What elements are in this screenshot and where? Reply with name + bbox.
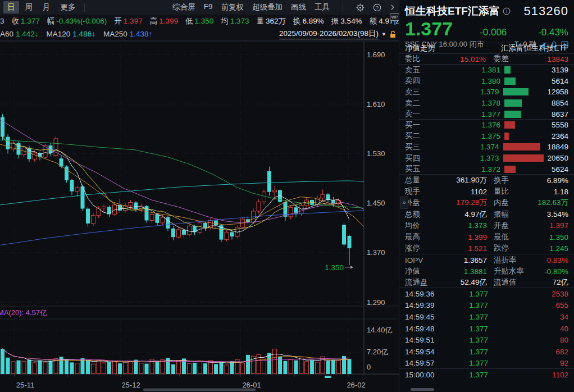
ask-price[interactable]: 1.379	[429, 88, 499, 96]
ask-row[interactable]: 卖一 1.377 8637	[405, 108, 568, 120]
toolbar-buttons: 综合屏F9前复权超级叠加画线工具	[172, 2, 330, 12]
bid-label: 买二	[405, 131, 430, 141]
stat-value: -0.80%	[529, 267, 568, 276]
stat-label: 涨停	[405, 243, 431, 253]
quote-value: 1.373	[230, 17, 249, 25]
weicha-label: 委差	[494, 54, 509, 64]
stat-label: 总额	[405, 209, 431, 220]
chevron-right-icon[interactable]	[390, 4, 395, 11]
fund-full-name[interactable]: 汇添富恒生科技ETF	[501, 43, 568, 53]
tick-volume: 655	[488, 301, 568, 309]
toolbar-button[interactable]: 综合屏	[172, 2, 195, 12]
ask-row[interactable]: 卖四 1.380 5614	[405, 76, 568, 87]
ask-row[interactable]: 卖三 1.379 12958	[405, 86, 568, 98]
tick-volume: 34	[488, 313, 568, 321]
depth-bar-zone	[504, 133, 549, 140]
depth-bar-zone	[504, 78, 549, 85]
tick-price: 1.377	[445, 336, 488, 344]
ma-item: MA2501.438↑	[103, 30, 152, 38]
svg-text:1.350: 1.350	[325, 263, 344, 272]
stats-row: 净值 1.3881 升贴水率 -0.80%	[405, 266, 568, 277]
bid-price[interactable]: 1.372	[430, 165, 500, 174]
svg-text:1.690: 1.690	[367, 51, 385, 59]
ask-price[interactable]: 1.378	[430, 99, 500, 107]
security-code: 513260	[524, 4, 568, 19]
stat-value: 0.83%	[529, 256, 568, 265]
svg-text:!: !	[506, 8, 508, 14]
unlock-icon[interactable]	[389, 30, 397, 38]
bid-price[interactable]: 1.375	[430, 132, 500, 140]
depth-bar-zone	[503, 154, 548, 162]
depth-bar	[504, 166, 516, 173]
depth-bar-zone	[504, 66, 549, 74]
bid-price[interactable]: 1.374	[429, 143, 499, 151]
panel-expander[interactable]: »	[400, 197, 408, 209]
bid-row[interactable]: 买五 1.372 5624	[405, 163, 568, 175]
gear-icon[interactable]	[356, 3, 365, 12]
toolbar-button[interactable]: 画线	[291, 2, 306, 12]
depth-bar	[504, 121, 515, 129]
ma-item: A601.442↓	[0, 30, 39, 38]
toolbar-button[interactable]: 前复权	[221, 2, 244, 12]
period-tab[interactable]: 更多	[57, 1, 80, 13]
stat-value: 1.350	[529, 233, 568, 241]
period-tab[interactable]: 月	[39, 1, 54, 13]
stats-row: 外盘 179.28万 内盘 182.63万	[405, 197, 568, 208]
stat-value: 1.245	[529, 244, 568, 253]
panel-horizontal-scrollbar[interactable]	[411, 388, 434, 391]
ask-row[interactable]: 卖二 1.378 8854	[405, 98, 568, 109]
stat-value: 1.521	[431, 244, 487, 253]
help-icon[interactable]: ?	[373, 3, 381, 12]
date-range-selector[interactable]: 2025/09/09-2026/02/03(98日) ▼	[279, 29, 399, 39]
stat-value: 179.28万	[431, 198, 487, 208]
stats-row: 流通盘 52.49亿 流通值 72亿	[405, 277, 568, 288]
bid-volume: 5624	[549, 165, 568, 174]
candlestick-chart[interactable]: 1.6901.6101.5301.4501.3701.29014.40亿7.20…	[0, 40, 399, 392]
bid-row[interactable]: 买四 1.373 20650	[405, 153, 568, 164]
tick-time: 14:59:36	[405, 290, 445, 298]
toolbar: 日周月更多 综合屏F9前复权超级叠加画线工具 ?	[0, 0, 399, 15]
ask-row[interactable]: 卖五 1.381 3139	[405, 65, 568, 76]
weibi-value: 15.01%	[430, 55, 486, 63]
period-tab[interactable]: 日	[3, 1, 19, 13]
stat-value: 1102	[431, 188, 487, 196]
quote-label: 均	[221, 16, 229, 26]
toolbar-button[interactable]: 工具	[315, 2, 330, 12]
bid-volume: 5558	[549, 121, 568, 129]
tick-time: 14:59:48	[405, 325, 445, 333]
quote-item: 换6.89%	[293, 16, 324, 26]
stats-row: 最高 1.399 最低 1.350	[405, 231, 568, 243]
toolbar-button[interactable]: F9	[204, 2, 213, 12]
bid-row[interactable]: 买三 1.374 18849	[405, 142, 568, 153]
ask-price[interactable]: 1.381	[430, 66, 500, 74]
depth-bar	[504, 78, 516, 85]
stat-label: 最高	[405, 232, 431, 242]
svg-text:0: 0	[367, 363, 371, 371]
tick-volume: 40	[488, 325, 568, 333]
ask-label: 卖二	[405, 98, 430, 108]
bid-row[interactable]: 买二 1.375 2364	[405, 131, 568, 142]
bid-price[interactable]: 1.376	[430, 121, 500, 129]
nav-value-trend[interactable]: 净值走势	[405, 43, 435, 53]
bid-row[interactable]: 买一 1.376 5558	[405, 120, 568, 131]
bid-price[interactable]: 1.373	[429, 154, 499, 162]
toolbar-button[interactable]: 超级叠加	[252, 2, 283, 12]
ma-value: 1.438↑	[130, 30, 153, 38]
tick-time: 15:00:00	[405, 371, 445, 379]
stat-value: 1.397	[529, 221, 568, 230]
info-icon[interactable]: !	[503, 7, 511, 15]
ask-price[interactable]: 1.380	[430, 77, 500, 85]
time-and-sales-list[interactable]: 14:59:36 1.377 2538 14:59:39 1.377 655 1…	[399, 288, 574, 368]
bid-volume: 20650	[547, 154, 568, 162]
ask-price[interactable]: 1.377	[430, 110, 500, 118]
nav-value-trend-row: 净值走势 汇添富恒生科技ETF	[399, 43, 574, 53]
depth-bar-zone	[503, 88, 548, 95]
tick-price: 1.377	[445, 359, 488, 367]
ask-label: 卖三	[405, 87, 429, 97]
tick-row: 14:59:57 1.377 92	[405, 358, 568, 370]
period-tab[interactable]: 周	[21, 1, 37, 13]
ma-value: 1.486↓	[72, 30, 95, 38]
stat-label: 升贴水率	[494, 266, 529, 276]
svg-text:1.530: 1.530	[367, 149, 385, 158]
quote-panel: 恒生科技ETF汇添富 ! 513260 1.377 -0.006 -0.43% …	[399, 0, 574, 392]
